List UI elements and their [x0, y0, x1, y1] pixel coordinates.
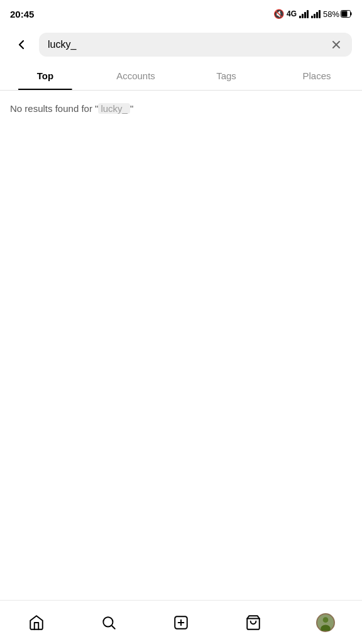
nav-profile[interactable] [310, 607, 341, 638]
svg-line-6 [112, 626, 115, 629]
clear-button[interactable] [329, 38, 343, 52]
nav-add[interactable] [165, 607, 197, 638]
back-button[interactable] [10, 33, 33, 56]
nav-home[interactable] [21, 607, 52, 638]
search-icon [101, 614, 117, 631]
search-input[interactable] [48, 39, 324, 50]
nav-search[interactable] [93, 607, 124, 638]
battery-percent: 58% [323, 9, 339, 19]
svg-point-5 [103, 617, 112, 626]
profile-avatar [316, 613, 335, 632]
nav-shop[interactable] [238, 607, 269, 638]
tab-top[interactable]: Top [0, 62, 90, 90]
search-content: No results found for "lucky_" [0, 91, 362, 126]
home-icon [28, 614, 45, 631]
tabs: Top Accounts Tags Places [0, 62, 362, 91]
svg-point-12 [323, 617, 329, 623]
svg-rect-1 [351, 13, 352, 16]
mute-icon: 🔇 [273, 9, 284, 19]
add-icon [173, 614, 189, 631]
search-bar [0, 28, 362, 62]
tab-places[interactable]: Places [272, 62, 362, 90]
status-bar: 20:45 🔇 4G 58% [0, 0, 362, 28]
status-time: 20:45 [10, 9, 34, 19]
shop-icon [245, 614, 261, 631]
battery-indicator: 58% [323, 9, 352, 19]
svg-rect-2 [342, 11, 348, 17]
no-results-message: No results found for "lucky_" [10, 103, 352, 114]
signal-bars-2 [311, 9, 321, 18]
network-label: 4G [287, 9, 297, 18]
tab-tags[interactable]: Tags [181, 62, 272, 90]
signal-bars-1 [299, 9, 309, 18]
bottom-nav [0, 600, 362, 644]
status-icons: 🔇 4G 58% [273, 9, 352, 19]
search-input-wrapper [39, 33, 352, 57]
tab-accounts[interactable]: Accounts [90, 62, 181, 90]
